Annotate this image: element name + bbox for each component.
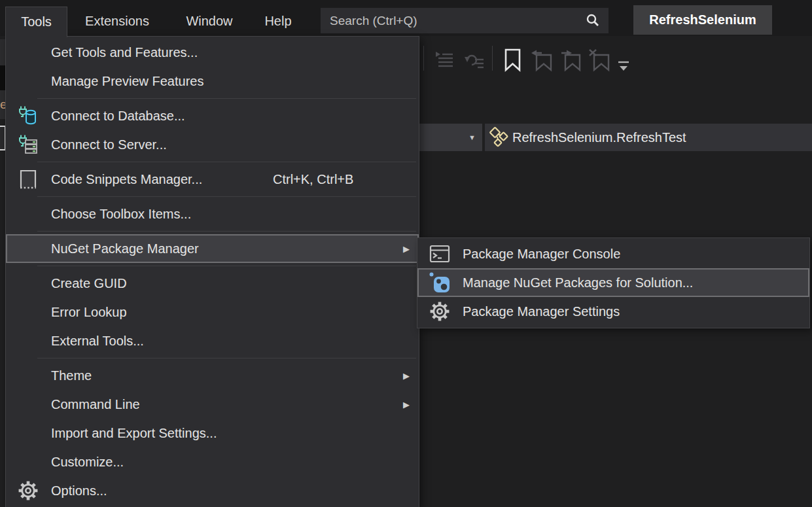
- bookmark-icon[interactable]: [504, 48, 521, 72]
- menu-item-choose-toolbox-items[interactable]: Choose Toolbox Items...: [6, 200, 419, 228]
- menu-item-label: Create GUID: [51, 276, 127, 291]
- menu-item-label: Code Snippets Manager...: [51, 172, 202, 187]
- menu-item-label: Choose Toolbox Items...: [51, 207, 191, 222]
- console-icon: [423, 245, 457, 263]
- menu-item-error-lookup[interactable]: Error Lookup: [6, 298, 419, 326]
- menubar-item-help[interactable]: Help: [252, 7, 304, 36]
- nuget-icon: [423, 271, 457, 294]
- menu-item-import-and-export-settings[interactable]: Import and Export Settings...: [6, 419, 419, 447]
- menu-item-label: Error Lookup: [51, 305, 127, 320]
- submenu-item-label: Package Manager Console: [463, 247, 620, 262]
- menu-item-options[interactable]: Options...: [6, 476, 419, 505]
- menu-item-label: NuGet Package Manager: [51, 241, 199, 256]
- next-bookmark-icon[interactable]: [559, 48, 584, 72]
- menu-item-shortcut: Ctrl+K, Ctrl+B: [273, 172, 353, 187]
- menu-item-label: Customize...: [51, 455, 124, 470]
- title-bar: Extensions Window Help Search (Ctrl+Q) R…: [0, 0, 812, 36]
- submenu-item-label: Package Manager Settings: [463, 304, 620, 319]
- previous-bookmark-icon[interactable]: [530, 48, 555, 72]
- member-dropdown[interactable]: RefreshSelenium.RefreshTest: [485, 124, 812, 151]
- search-placeholder: Search (Ctrl+Q): [330, 14, 585, 28]
- toolbar-separator: [492, 46, 493, 71]
- search-input[interactable]: Search (Ctrl+Q): [321, 8, 609, 33]
- menu-separator: [37, 358, 416, 358]
- menu-item-label: Command Line: [51, 397, 140, 412]
- connect-server-icon: [12, 134, 44, 155]
- menu-item-label: External Tools...: [51, 334, 144, 349]
- menu-separator: [37, 98, 416, 99]
- menu-item-command-line[interactable]: Command Line ▶: [6, 390, 419, 419]
- member-path-label: RefreshSelenium.RefreshTest: [512, 130, 686, 145]
- toolbar-separator: [423, 46, 424, 71]
- menu-item-label: Connect to Server...: [51, 137, 167, 152]
- menubar-item-window[interactable]: Window: [167, 7, 252, 36]
- menu-item-label: Theme: [51, 368, 92, 383]
- menu-item-label: Import and Export Settings...: [51, 426, 217, 441]
- menu-item-code-snippets-manager[interactable]: Code Snippets Manager... Ctrl+K, Ctrl+B: [6, 165, 419, 194]
- indent-icon[interactable]: [433, 51, 455, 71]
- submenu-item-package-manager-settings[interactable]: Package Manager Settings: [417, 297, 809, 326]
- menu-item-connect-to-server[interactable]: Connect to Server...: [6, 130, 419, 159]
- search-icon[interactable]: [585, 13, 601, 29]
- toolbar-overflow-icon[interactable]: [616, 60, 631, 73]
- menu-item-customize[interactable]: Customize...: [6, 447, 419, 476]
- visual-studio-window: Extensions Window Help Search (Ctrl+Q) R…: [0, 0, 812, 507]
- menu-item-create-guid[interactable]: Create GUID: [6, 269, 419, 298]
- solution-name-badge: RefreshSelenium: [633, 5, 772, 35]
- submenu-arrow-icon: ▶: [403, 400, 410, 410]
- menu-separator: [37, 231, 416, 232]
- tools-menu: Get Tools and Features... Manage Preview…: [5, 36, 419, 507]
- menu-item-label: Manage Preview Features: [51, 74, 203, 89]
- chevron-down-icon: ▼: [468, 133, 476, 141]
- menu-separator: [37, 196, 416, 197]
- menu-separator: [37, 162, 416, 162]
- format-undo-icon[interactable]: [462, 51, 485, 71]
- submenu-arrow-icon: ▶: [403, 244, 410, 254]
- nuget-package-manager-submenu: Package Manager Console Manage NuGet Pac…: [417, 237, 810, 328]
- clear-bookmarks-icon[interactable]: [588, 48, 612, 72]
- menu-item-nuget-package-manager[interactable]: NuGet Package Manager ▶: [6, 234, 419, 263]
- code-snippets-icon: [12, 169, 44, 189]
- submenu-item-manage-nuget-packages-for-solution[interactable]: Manage NuGet Packages for Solution...: [417, 268, 809, 297]
- menu-item-connect-to-database[interactable]: Connect to Database...: [6, 101, 419, 130]
- menu-item-label: Connect to Database...: [51, 109, 185, 124]
- submenu-item-label: Manage NuGet Packages for Solution...: [463, 275, 693, 290]
- menu-separator: [37, 266, 416, 266]
- menu-item-label: Get Tools and Features...: [51, 45, 198, 60]
- connect-database-icon: [12, 105, 44, 126]
- project-dropdown[interactable]: ▼: [419, 124, 482, 151]
- gear-icon: [423, 302, 457, 321]
- menu-item-label: Options...: [51, 483, 107, 498]
- menubar-item-tools[interactable]: Tools: [5, 7, 67, 37]
- submenu-arrow-icon: ▶: [403, 371, 410, 381]
- menu-item-external-tools[interactable]: External Tools...: [6, 326, 419, 355]
- menu-item-manage-preview-features[interactable]: Manage Preview Features: [6, 67, 419, 96]
- menu-item-theme[interactable]: Theme ▶: [6, 361, 419, 390]
- menubar-item-extensions[interactable]: Extensions: [67, 7, 167, 36]
- test-class-icon: [489, 126, 510, 149]
- gear-icon: [12, 481, 44, 500]
- background-text-fragment: e: [0, 90, 5, 119]
- submenu-item-package-manager-console[interactable]: Package Manager Console: [417, 239, 809, 268]
- menu-item-get-tools-and-features[interactable]: Get Tools and Features...: [6, 38, 419, 67]
